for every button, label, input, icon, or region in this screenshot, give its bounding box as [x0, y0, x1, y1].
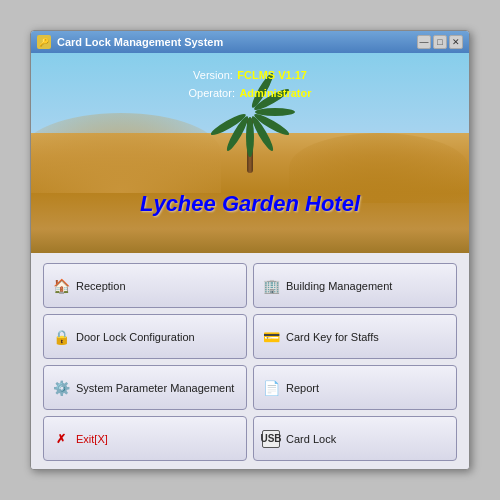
window-controls: — □ ✕	[417, 35, 463, 49]
report-button[interactable]: 📄 Report	[253, 365, 457, 410]
card-key-staffs-button[interactable]: 💳 Card Key for Staffs	[253, 314, 457, 359]
exit-icon: ✗	[52, 430, 70, 448]
system-param-label: System Parameter Management	[76, 382, 234, 394]
version-label: Version:	[193, 69, 233, 81]
scene-area: Version: FCLMS V1.17 Operator: Administr…	[31, 53, 469, 253]
card-lock-button[interactable]: USB Card Lock	[253, 416, 457, 461]
title-bar: 🔑 Card Lock Management System — □ ✕	[31, 31, 469, 53]
version-row: Version: FCLMS V1.17	[188, 65, 311, 83]
window-icon: 🔑	[37, 35, 51, 49]
report-icon: 📄	[262, 379, 280, 397]
buttons-area: 🏠 Reception 🏢 Building Management 🔒 Door…	[31, 253, 469, 469]
version-value: FCLMS V1.17	[237, 69, 307, 81]
operator-label: Operator:	[188, 87, 234, 99]
card-key-icon: 💳	[262, 328, 280, 346]
system-param-icon: ⚙️	[52, 379, 70, 397]
system-param-button[interactable]: ⚙️ System Parameter Management	[43, 365, 247, 410]
version-info: Version: FCLMS V1.17 Operator: Administr…	[188, 65, 311, 101]
door-lock-label: Door Lock Configuration	[76, 331, 195, 343]
operator-row: Operator: Administrator	[188, 83, 311, 101]
report-label: Report	[286, 382, 319, 394]
palm-tree	[247, 118, 253, 173]
hotel-name: Lychee Garden Hotel	[140, 191, 360, 217]
usb-icon: USB	[262, 430, 280, 448]
main-window: 🔑 Card Lock Management System — □ ✕	[30, 30, 470, 470]
reception-label: Reception	[76, 280, 126, 292]
operator-value: Administrator	[239, 87, 311, 99]
close-button[interactable]: ✕	[449, 35, 463, 49]
window-title: Card Lock Management System	[57, 36, 417, 48]
building-management-button[interactable]: 🏢 Building Management	[253, 263, 457, 308]
exit-button[interactable]: ✗ Exit[X]	[43, 416, 247, 461]
card-key-label: Card Key for Staffs	[286, 331, 379, 343]
door-lock-icon: 🔒	[52, 328, 70, 346]
minimize-button[interactable]: —	[417, 35, 431, 49]
card-lock-label: Card Lock	[286, 433, 336, 445]
reception-icon: 🏠	[52, 277, 70, 295]
reception-button[interactable]: 🏠 Reception	[43, 263, 247, 308]
dune-left	[31, 113, 221, 193]
exit-label: Exit[X]	[76, 433, 108, 445]
maximize-button[interactable]: □	[433, 35, 447, 49]
building-icon: 🏢	[262, 277, 280, 295]
building-label: Building Management	[286, 280, 392, 292]
door-lock-config-button[interactable]: 🔒 Door Lock Configuration	[43, 314, 247, 359]
